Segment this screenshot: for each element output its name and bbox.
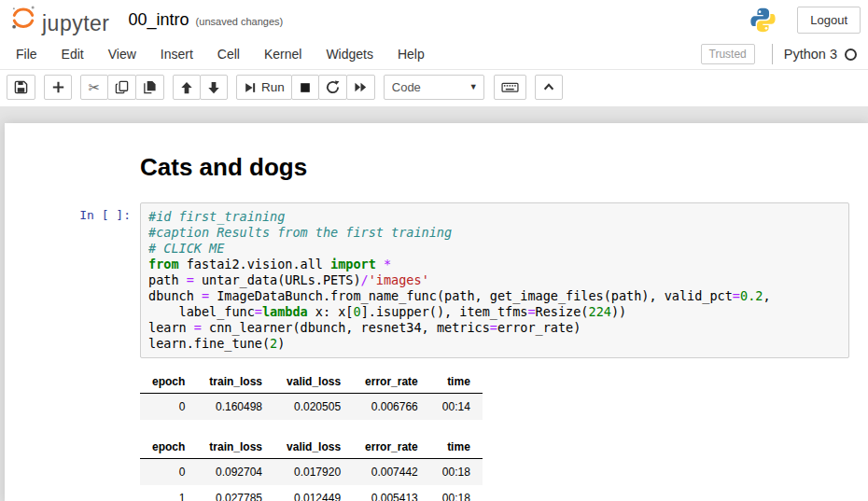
column-header: time	[430, 369, 483, 394]
copy-button[interactable]	[107, 75, 136, 100]
notebook-title[interactable]: 00_intro	[129, 10, 189, 30]
copy-icon	[115, 80, 129, 94]
plus-icon	[52, 81, 64, 93]
code-line: #id first_training	[148, 209, 841, 225]
site-background: Cats and dogs In [ ]: #id first_training…	[0, 106, 868, 501]
code-token: =	[490, 320, 497, 335]
kernel-idle-indicator-icon	[845, 49, 857, 61]
code-token: 'images'	[369, 272, 429, 287]
column-header: valid_loss	[274, 369, 353, 394]
code-token: *	[384, 257, 391, 271]
trusted-button[interactable]: Trusted	[701, 44, 755, 64]
save-button[interactable]	[7, 75, 35, 100]
code-token: untar_data(URLs.PETS)	[194, 272, 361, 287]
restart-run-all-button[interactable]	[346, 75, 375, 100]
move-cell-up-button[interactable]	[173, 75, 201, 100]
menu-item-view[interactable]: View	[96, 40, 148, 68]
arrow-up-icon	[180, 81, 193, 94]
code-token: 0.2	[740, 288, 763, 303]
code-token: dbunch	[148, 288, 202, 303]
jupyter-logo-text: jupyter	[42, 13, 110, 36]
table-cell: 0.017920	[274, 459, 353, 486]
table-cell: 00:18	[430, 459, 483, 486]
notebook-header: jupyter 00_intro (unsaved changes) Logou…	[0, 0, 868, 106]
command-palette-button[interactable]	[494, 75, 526, 100]
code-token: =	[527, 304, 535, 319]
code-token: import	[330, 257, 376, 271]
column-header: error_rate	[353, 369, 430, 394]
table-row: 10.0277850.0124490.00541300:18	[140, 485, 483, 501]
insert-cell-below-button[interactable]	[44, 75, 72, 100]
menu-item-cell[interactable]: Cell	[205, 40, 252, 68]
code-token: Resize(	[536, 304, 589, 319]
menu-item-help[interactable]: Help	[385, 40, 437, 68]
code-token: #caption Results from the first training	[148, 225, 452, 240]
python-logo-icon	[749, 7, 777, 34]
code-token: =	[202, 288, 209, 303]
menu: FileEditViewInsertCellKernelWidgetsHelp	[4, 40, 437, 68]
training-results-table: epochtrain_lossvalid_losserror_ratetime0…	[140, 369, 483, 420]
code-line: from fastai2.vision.all import *	[148, 257, 841, 272]
code-token: ImageDataBunch.from_name_func(path, get_…	[209, 288, 733, 303]
code-cell[interactable]: In [ ]: #id first_training#caption Resul…	[5, 202, 868, 358]
interrupt-kernel-button[interactable]	[291, 75, 319, 100]
code-token: # CLICK ME	[148, 241, 224, 256]
table-cell: 0.012449	[274, 485, 353, 501]
run-button-label: Run	[261, 80, 285, 94]
code-token: label_func	[148, 304, 255, 319]
menu-bar: FileEditViewInsertCellKernelWidgetsHelp …	[0, 39, 868, 70]
output-area: epochtrain_lossvalid_losserror_ratetime0…	[140, 358, 868, 501]
markdown-cell[interactable]: Cats and dogs	[5, 138, 868, 202]
code-token: 224	[589, 304, 611, 319]
menu-item-kernel[interactable]: Kernel	[252, 40, 314, 68]
step-forward-icon	[244, 81, 257, 94]
move-cell-down-button[interactable]	[200, 75, 228, 100]
code-line: # CLICK ME	[148, 241, 841, 257]
column-header: error_rate	[353, 435, 430, 459]
jupyter-logo[interactable]: jupyter	[9, 3, 110, 36]
logout-button[interactable]: Logout	[797, 7, 861, 34]
table-cell: 0.007442	[353, 459, 430, 486]
table-row: 00.1604980.0205050.00676600:14	[140, 394, 483, 421]
collapse-toolbar-button[interactable]	[535, 75, 563, 100]
menu-item-widgets[interactable]: Widgets	[314, 40, 385, 68]
code-token: fastai2.vision.all	[179, 257, 331, 271]
code-token	[376, 257, 384, 271]
code-token: cnn_learner(dbunch, resnet34, metrics	[202, 320, 490, 335]
menu-divider	[772, 44, 773, 64]
menu-item-file[interactable]: File	[4, 40, 49, 68]
code-line: learn.fine_tune(2)	[148, 336, 841, 352]
column-header: epoch	[140, 435, 197, 459]
code-token: =	[194, 320, 202, 335]
save-icon	[14, 80, 28, 94]
menu-item-edit[interactable]: Edit	[49, 40, 96, 68]
table-cell: 0.020505	[274, 394, 353, 421]
kernel-name: Python 3	[784, 47, 837, 62]
table-cell: 1	[140, 485, 197, 501]
paste-icon	[143, 80, 157, 94]
code-token: )	[277, 336, 285, 351]
code-token: x: x[	[308, 304, 354, 319]
code-editor[interactable]: #id first_training#caption Results from …	[140, 202, 849, 358]
code-token: path	[148, 272, 187, 287]
scissors-icon: ✂	[89, 79, 101, 96]
chevron-up-icon	[542, 81, 555, 93]
restart-kernel-button[interactable]	[318, 75, 347, 100]
menu-item-insert[interactable]: Insert	[148, 40, 205, 68]
code-token: from	[148, 257, 179, 271]
notebook-container: Cats and dogs In [ ]: #id first_training…	[5, 123, 868, 501]
arrow-down-icon	[207, 81, 220, 94]
cell-type-select[interactable]: Code	[384, 75, 484, 100]
column-header: valid_loss	[274, 435, 353, 459]
table-row: 00.0927040.0179200.00744200:18	[140, 459, 483, 486]
jupyter-logo-icon	[9, 3, 37, 36]
column-header: epoch	[140, 369, 197, 394]
column-header: time	[430, 435, 483, 459]
cut-button[interactable]: ✂	[80, 75, 108, 100]
paste-button[interactable]	[135, 75, 164, 100]
column-header: train_loss	[197, 435, 274, 459]
run-button[interactable]: Run	[236, 75, 292, 100]
table-cell: 0.092704	[197, 459, 274, 486]
table-cell: 0.160498	[197, 394, 274, 421]
code-token: =	[255, 304, 262, 319]
